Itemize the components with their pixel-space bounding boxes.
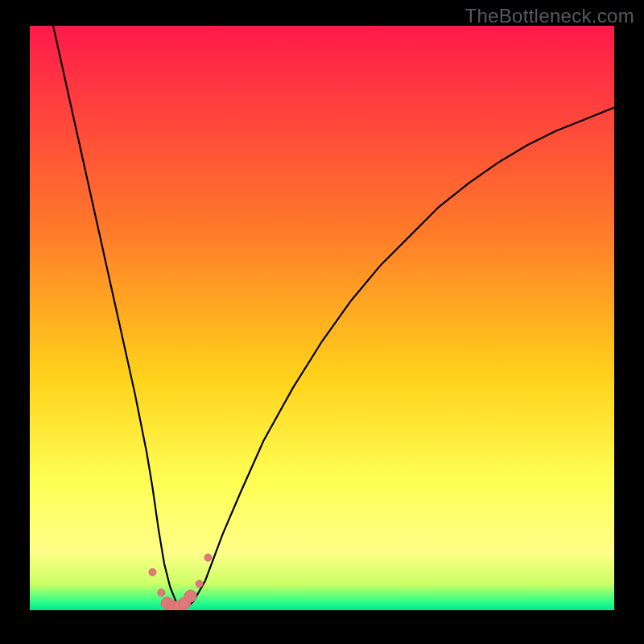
bottleneck-chart — [0, 0, 644, 644]
marker-point — [196, 580, 203, 588]
chart-stage: TheBottleneck.com — [0, 0, 644, 644]
marker-point — [184, 590, 196, 602]
marker-point — [204, 554, 212, 561]
watermark-text: TheBottleneck.com — [464, 5, 634, 27]
marker-point — [158, 589, 165, 597]
marker-point — [149, 568, 156, 576]
